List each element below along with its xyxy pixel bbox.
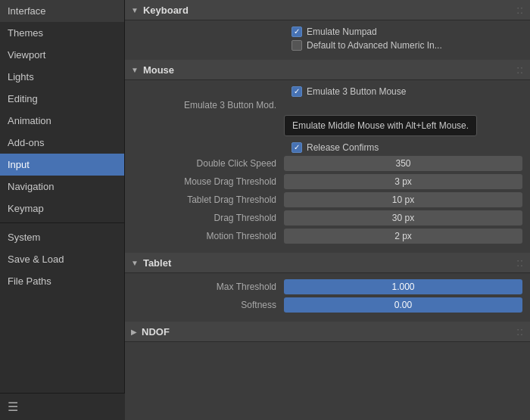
sidebar: Interface Themes Viewport Lights Editing… xyxy=(0,0,125,420)
keyboard-arrow-icon: ▼ xyxy=(131,6,139,14)
sidebar-item-viewport[interactable]: Viewport xyxy=(0,44,124,66)
sidebar-item-save-load[interactable]: Save & Load xyxy=(0,248,124,270)
softness-row: Softness 0.00 xyxy=(132,297,522,313)
max-threshold-label: Max Threshold xyxy=(132,282,284,292)
mouse-section-header[interactable]: ▼ Mouse :: xyxy=(125,60,530,80)
motion-threshold-label: Motion Threshold xyxy=(132,231,284,241)
tooltip-box: Emulate Middle Mouse with Alt+Left Mouse… xyxy=(284,115,477,136)
ndof-arrow-icon: ▶ xyxy=(131,328,137,336)
softness-value[interactable]: 0.00 xyxy=(284,297,522,313)
max-threshold-value[interactable]: 1.000 xyxy=(284,279,522,294)
emulate-3button-mod-label: Emulate 3 Button Mod. xyxy=(132,100,284,110)
sidebar-item-system[interactable]: System xyxy=(0,226,124,248)
tablet-section-title: Tablet xyxy=(143,257,516,269)
sidebar-item-interface[interactable]: Interface xyxy=(0,0,124,22)
release-confirms-label: Release Confirms xyxy=(307,142,379,153)
tablet-section-dots: :: xyxy=(516,257,524,269)
ndof-section-title: NDOF xyxy=(142,326,516,338)
mouse-arrow-icon: ▼ xyxy=(131,66,139,74)
sidebar-item-file-paths[interactable]: File Paths xyxy=(0,270,124,292)
sidebar-item-lights[interactable]: Lights xyxy=(0,66,124,88)
sidebar-item-addons[interactable]: Add-ons xyxy=(0,132,124,154)
emulate-3button-row: ✓ Emulate 3 Button Mouse xyxy=(132,86,522,97)
mouse-section-body: ✓ Emulate 3 Button Mouse Emulate 3 Butto… xyxy=(125,80,530,253)
emulate-numpad-checkbox[interactable]: ✓ xyxy=(292,26,302,37)
emulate-3button-mod-row: Emulate 3 Button Mod. xyxy=(132,100,522,110)
sidebar-item-navigation[interactable]: Navigation xyxy=(0,176,124,198)
emulate-3button-label: Emulate 3 Button Mouse xyxy=(307,86,406,97)
double-click-speed-label: Double Click Speed xyxy=(132,158,284,169)
sidebar-item-editing[interactable]: Editing xyxy=(0,88,124,110)
bottom-bar: ☰ xyxy=(0,393,125,420)
tablet-drag-threshold-row: Tablet Drag Threshold 10 px xyxy=(132,192,522,207)
emulate-3button-checkbox[interactable]: ✓ xyxy=(292,86,302,97)
mouse-drag-threshold-value[interactable]: 3 px xyxy=(284,174,522,189)
drag-threshold-value[interactable]: 30 px xyxy=(284,210,522,226)
double-click-speed-value[interactable]: 350 xyxy=(284,156,522,171)
mouse-section-title: Mouse xyxy=(143,64,516,76)
tooltip-area: Emulate Middle Mouse with Alt+Left Mouse… xyxy=(132,114,522,139)
ndof-section-dots: :: xyxy=(516,325,524,338)
drag-threshold-row: Drag Threshold 30 px xyxy=(132,210,522,226)
default-advanced-checkbox[interactable] xyxy=(292,40,302,51)
mouse-drag-threshold-row: Mouse Drag Threshold 3 px xyxy=(132,174,522,189)
mouse-section-dots: :: xyxy=(516,64,524,76)
tablet-arrow-icon: ▼ xyxy=(131,259,139,267)
release-confirms-checkbox[interactable]: ✓ xyxy=(292,142,302,153)
tablet-section-body: Max Threshold 1.000 Softness 0.00 xyxy=(125,273,530,322)
mouse-drag-threshold-label: Mouse Drag Threshold xyxy=(132,176,284,187)
sidebar-item-animation[interactable]: Animation xyxy=(0,110,124,132)
tablet-drag-threshold-value[interactable]: 10 px xyxy=(284,192,522,207)
max-threshold-row: Max Threshold 1.000 xyxy=(132,279,522,294)
sidebar-item-input[interactable]: Input xyxy=(0,154,124,176)
tablet-drag-threshold-label: Tablet Drag Threshold xyxy=(132,194,284,205)
release-confirms-row: ✓ Release Confirms xyxy=(132,142,522,153)
softness-label: Softness xyxy=(132,300,284,310)
default-advanced-label: Default to Advanced Numeric In... xyxy=(307,40,442,51)
sidebar-divider xyxy=(0,222,124,223)
keyboard-section-header[interactable]: ▼ Keyboard :: xyxy=(125,0,530,20)
keyboard-section-body: ✓ Emulate Numpad Default to Advanced Num… xyxy=(125,20,530,60)
drag-threshold-label: Drag Threshold xyxy=(132,213,284,223)
sidebar-item-themes[interactable]: Themes xyxy=(0,22,124,44)
motion-threshold-value[interactable]: 2 px xyxy=(284,229,522,244)
keyboard-section-dots: :: xyxy=(516,4,524,16)
emulate-numpad-label: Emulate Numpad xyxy=(307,26,377,37)
motion-threshold-row: Motion Threshold 2 px xyxy=(132,229,522,244)
default-advanced-row: Default to Advanced Numeric In... xyxy=(132,40,522,51)
ndof-section-header[interactable]: ▶ NDOF :: xyxy=(125,322,530,342)
double-click-speed-row: Double Click Speed 350 xyxy=(132,156,522,171)
tablet-section-header[interactable]: ▼ Tablet :: xyxy=(125,253,530,273)
main-content: ▼ Keyboard :: ✓ Emulate Numpad Default t… xyxy=(125,0,530,420)
keyboard-section-title: Keyboard xyxy=(143,5,516,16)
hamburger-icon[interactable]: ☰ xyxy=(8,400,18,413)
emulate-numpad-row: ✓ Emulate Numpad xyxy=(132,26,522,37)
sidebar-item-keymap[interactable]: Keymap xyxy=(0,198,124,219)
